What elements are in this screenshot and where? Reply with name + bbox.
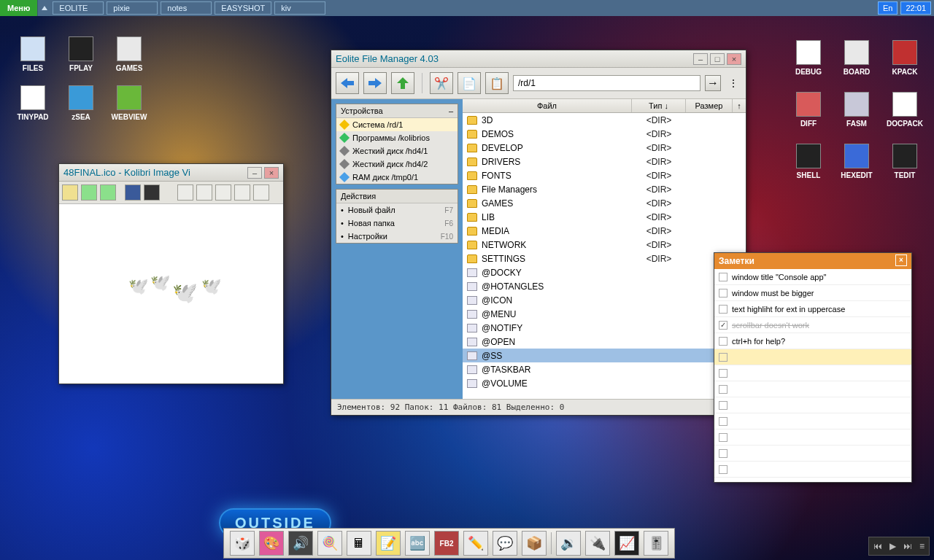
back-button[interactable] <box>336 72 359 94</box>
media-play-icon[interactable]: ▶ <box>889 541 896 551</box>
dock-app-edit-icon[interactable]: ✏️ <box>463 531 488 556</box>
media-next-icon[interactable]: ⏭ <box>903 541 912 551</box>
note-checkbox[interactable] <box>719 385 727 394</box>
col-type[interactable]: Тип ↓ <box>632 99 686 112</box>
close-button[interactable]: × <box>727 53 741 65</box>
desktop-icon[interactable]: FASM <box>835 92 879 128</box>
media-prev-icon[interactable]: ⏮ <box>873 541 882 551</box>
desktop-icon[interactable]: DIFF <box>787 92 830 128</box>
dock-app-calc-icon[interactable]: 🖩 <box>347 531 371 556</box>
file-row[interactable]: @MENU1 K <box>463 307 746 321</box>
close-button[interactable]: × <box>895 254 907 266</box>
file-row[interactable]: File Managers<DIR> <box>463 182 746 196</box>
dock-app-notes-icon[interactable]: 📝 <box>376 531 401 556</box>
file-row[interactable]: SETTINGS<DIR> <box>463 252 746 265</box>
device-item[interactable]: RAM диск /tmp0/1 <box>336 171 458 184</box>
col-file[interactable]: Файл <box>463 99 632 112</box>
taskbar-item[interactable]: kiv <box>274 1 325 15</box>
maximize-button[interactable]: □ <box>710 53 725 65</box>
taskbar-item[interactable]: notes <box>161 1 212 15</box>
image-viewer-titlebar[interactable]: 48FINAL.ico - Kolibri Image Vi – × <box>59 164 283 182</box>
menu-dots-icon[interactable]: ⋮ <box>725 77 741 89</box>
media-list-icon[interactable]: ≡ <box>919 541 925 551</box>
file-row[interactable]: @DOCKY2 K <box>463 265 746 279</box>
desktop-icon[interactable]: TEDIT <box>883 144 927 179</box>
desktop-icon[interactable]: HEXEDIT <box>835 144 879 179</box>
rotate-l-icon[interactable] <box>215 184 231 201</box>
file-row[interactable]: DRIVERS<DIR> <box>463 155 746 168</box>
path-input[interactable] <box>518 76 695 90</box>
taskbar-item[interactable]: EASYSHOT <box>215 1 271 15</box>
action-item[interactable]: •Новый файлF7 <box>336 203 458 217</box>
note-row[interactable] <box>714 462 911 478</box>
file-row[interactable]: @HOTANGLES1 K <box>463 279 746 293</box>
action-item[interactable]: •НастройкиF10 <box>336 230 458 243</box>
file-row[interactable]: MEDIA<DIR> <box>463 224 746 238</box>
note-row[interactable] <box>714 397 911 413</box>
desktop-icon[interactable]: GAMES <box>107 36 151 72</box>
taskbar-item[interactable]: pixie <box>107 1 158 15</box>
note-row[interactable] <box>714 413 911 429</box>
desktop-icon[interactable]: TINYPAD <box>11 85 55 121</box>
actual-icon[interactable] <box>144 184 160 201</box>
forward-button[interactable] <box>363 72 387 94</box>
desktop-icon[interactable]: DEBUG <box>787 40 830 76</box>
note-row[interactable]: ctrl+h for help? <box>714 333 911 349</box>
rotate-r-icon[interactable] <box>234 184 250 201</box>
lang-indicator[interactable]: En <box>878 1 898 15</box>
device-item[interactable]: Система /rd/1 <box>336 118 458 131</box>
note-row[interactable] <box>714 429 911 446</box>
dock-monitor-icon[interactable]: 📈 <box>614 531 639 556</box>
next-icon[interactable] <box>100 184 116 201</box>
note-row[interactable]: text highliht for ext in uppercase <box>714 301 911 317</box>
dock-app-cube-icon[interactable]: 🎲 <box>230 531 255 556</box>
device-item[interactable]: Программы /kolibrios <box>336 131 458 144</box>
note-row[interactable] <box>714 446 911 462</box>
device-item[interactable]: Жесткий диск /hd4/1 <box>336 144 458 158</box>
note-checkbox[interactable] <box>719 305 727 314</box>
dock-app-lollipop-icon[interactable]: 🍭 <box>317 531 342 556</box>
flip-v-icon[interactable] <box>196 184 212 201</box>
note-row[interactable] <box>714 381 911 397</box>
desktop-icon[interactable]: FPLAY <box>59 36 103 72</box>
note-row[interactable] <box>714 365 911 381</box>
file-row[interactable]: @ICON5 K <box>463 293 746 307</box>
desktop-icon[interactable]: SHELL <box>787 144 830 179</box>
desktop-icon[interactable]: BOARD <box>835 40 879 76</box>
file-row[interactable]: @NOTIFY1 K <box>463 321 746 335</box>
note-row[interactable]: window must be bigger <box>714 285 911 301</box>
note-checkbox[interactable] <box>719 465 727 474</box>
col-size[interactable]: Размер <box>686 99 733 112</box>
note-checkbox[interactable] <box>719 273 727 281</box>
note-row[interactable] <box>714 349 911 365</box>
desktop-icon[interactable]: WEBVIEW <box>107 85 151 121</box>
dock-app-speaker-icon[interactable]: 🔊 <box>288 531 313 556</box>
note-row[interactable]: window title "Console app" <box>714 269 911 285</box>
action-item[interactable]: •Новая папкаF6 <box>336 217 458 230</box>
device-item[interactable]: Жесткий диск /hd4/2 <box>336 158 458 171</box>
collapse-icon[interactable]: – <box>449 106 453 115</box>
dock-app-archive-icon[interactable]: 📦 <box>522 531 547 556</box>
note-checkbox[interactable]: ✓ <box>719 321 727 330</box>
file-row[interactable]: @SS1 K <box>463 349 746 362</box>
taskbar-separator-icon[interactable] <box>38 0 51 16</box>
file-row[interactable]: LIB<DIR> <box>463 210 746 224</box>
note-checkbox[interactable] <box>719 417 727 426</box>
minimize-button[interactable]: – <box>247 167 262 179</box>
close-button[interactable]: × <box>264 167 279 179</box>
dock-app-palette-icon[interactable]: 🎨 <box>259 531 284 556</box>
dock-volume-icon[interactable]: 🔉 <box>556 531 581 556</box>
desktop-icon[interactable]: FILES <box>11 36 55 72</box>
note-row[interactable]: ✓scrollbar doesn't work <box>714 317 911 333</box>
note-checkbox[interactable] <box>719 289 727 298</box>
desktop-icon[interactable]: DOCPACK <box>883 92 927 128</box>
file-row[interactable]: DEVELOP<DIR> <box>463 141 746 155</box>
clock[interactable]: 22:01 <box>900 1 931 15</box>
note-checkbox[interactable] <box>719 337 727 346</box>
file-row[interactable]: @TASKBAR4 K <box>463 362 746 376</box>
paste-button[interactable]: 📋 <box>485 72 509 94</box>
go-button[interactable]: → <box>705 75 721 91</box>
cut-button[interactable]: ✂️ <box>430 72 453 94</box>
file-row[interactable]: 3D<DIR> <box>463 113 746 127</box>
note-checkbox[interactable] <box>719 449 727 458</box>
